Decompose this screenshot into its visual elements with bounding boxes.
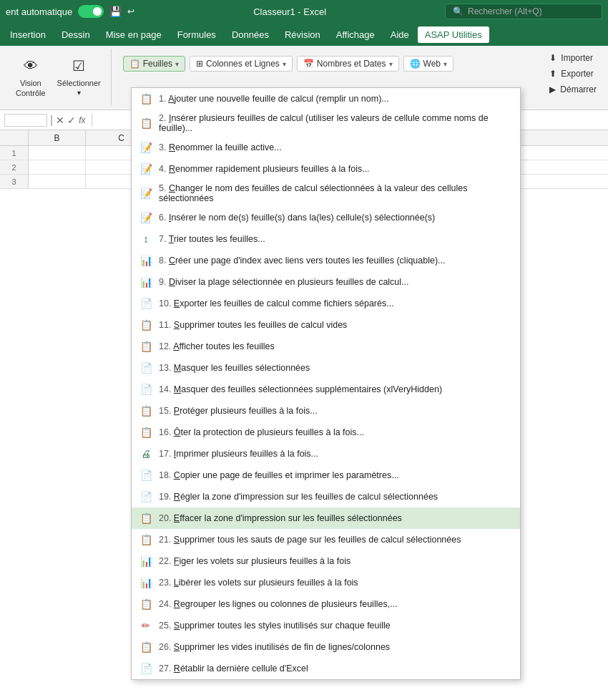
cell-b3[interactable] <box>29 175 86 188</box>
list-item[interactable]: 📊 9. Diviser la plage sélectionnée en pl… <box>132 271 520 293</box>
feuilles-dropdown-menu: 📋 1. Ajouter une nouvelle feuille de cal… <box>131 87 521 680</box>
item-1-icon: 📋 <box>139 92 153 106</box>
item-10-icon: 📄 <box>139 296 153 311</box>
web-dropdown[interactable]: 🌐 Web ▾ <box>403 56 453 72</box>
list-item[interactable]: 📄 10. Exporter les feuilles de calcul co… <box>132 293 520 314</box>
menu-formules[interactable]: Formules <box>170 26 223 43</box>
list-item[interactable]: 📄 14. Masquer des feuilles sélectionnées… <box>132 379 520 400</box>
list-item[interactable]: ✏ 25. Supprimer toutes les styles inutil… <box>132 615 520 636</box>
search-icon: 🔍 <box>453 6 464 16</box>
item-23-icon: 📊 <box>139 575 153 590</box>
list-item[interactable]: 📄 19. Régler la zone d'impression sur le… <box>132 486 520 507</box>
nombres-label: Nombres et Dates <box>317 59 386 69</box>
menu-dessin[interactable]: Dessin <box>54 26 97 43</box>
menu-revision[interactable]: Révision <box>278 26 328 43</box>
list-item[interactable]: 📄 18. Copier une page de feuilles et imp… <box>132 465 520 486</box>
list-item[interactable]: 📋 21. Supprimer tous les sauts de page s… <box>132 529 520 550</box>
nombres-dates-dropdown[interactable]: 📅 Nombres et Dates ▾ <box>297 56 399 72</box>
vision-controle-button[interactable]: 👁 Vision Contrôle <box>11 52 50 100</box>
list-item[interactable]: 📄 27. Rétablir la dernière cellule d'Exc… <box>132 658 520 679</box>
row-num-2: 2 <box>0 160 29 174</box>
list-item[interactable]: 📋 1. Ajouter une nouvelle feuille de cal… <box>132 88 520 110</box>
list-item[interactable]: 🖨 17. Imprimer plusieurs feuilles à la f… <box>132 443 520 465</box>
demarrer-button[interactable]: ▶ Démarrer <box>544 83 602 96</box>
list-item[interactable]: 📋 11. Supprimer toutes les feuilles de c… <box>132 314 520 336</box>
selectionner-button[interactable]: ☑ Sélectionner ▾ <box>53 52 105 100</box>
list-item[interactable]: 📄 13. Masquer les feuilles sélectionnées <box>132 357 520 379</box>
list-item[interactable]: 📋 26. Supprimer les vides inutilisés de … <box>132 636 520 658</box>
item-1-text: 1. Ajouter une nouvelle feuille de calcu… <box>159 94 513 104</box>
search-box[interactable]: 🔍 Rechercher (Alt+Q) <box>445 4 602 19</box>
row-num-3: 3 <box>0 175 29 188</box>
list-item[interactable]: 📝 6. Insérer le nom de(s) feuille(s) dan… <box>132 207 520 228</box>
item-8-icon: 📊 <box>139 253 153 268</box>
title-bar: ent automatique 💾 ↩ Classeur1 - Excel 🔍 … <box>0 0 608 23</box>
item-5-icon: 📝 <box>139 186 153 200</box>
colonnes-icon: ⊞ <box>196 59 203 69</box>
list-item[interactable]: 📊 8. Créer une page d'index avec liens v… <box>132 250 520 271</box>
item-25-text: 25. Supprimer toutes les styles inutilis… <box>159 621 513 631</box>
item-18-icon: 📄 <box>139 468 153 482</box>
list-item[interactable]: 📋 16. Ôter la protection de plusieurs fe… <box>132 422 520 443</box>
cell-b1[interactable] <box>29 146 86 160</box>
ribbon-group-vision: 👁 Vision Contrôle ☑ Sélectionner ▾ <box>6 49 112 106</box>
item-7-icon: ↕ <box>139 232 153 246</box>
item-12-icon: 📋 <box>139 339 153 354</box>
row-num-1: 1 <box>0 146 29 160</box>
undo-icon[interactable]: ↩ <box>127 6 134 16</box>
item-23-text: 23. Libérer les volets sur plusieurs feu… <box>159 578 513 588</box>
selectionner-icon: ☑ <box>67 54 90 77</box>
auto-save-toggle[interactable] <box>78 5 104 18</box>
confirm-formula-icon[interactable]: ✓ <box>67 115 76 126</box>
list-item[interactable]: 📝 4. Renommer rapidement plusieurs feuil… <box>132 158 520 180</box>
item-20-text: 20. Effacer la zone d'impression sur les… <box>159 513 513 523</box>
cell-b2[interactable] <box>29 160 86 174</box>
item-9-icon: 📊 <box>139 275 153 289</box>
web-icon: 🌐 <box>410 59 421 69</box>
exporter-icon: ⬆ <box>549 69 556 79</box>
item-19-icon: 📄 <box>139 490 153 504</box>
item-9-text: 9. Diviser la plage sélectionnée en plus… <box>159 277 513 287</box>
menu-donnees[interactable]: Données <box>225 26 276 43</box>
list-item[interactable]: ↕ 7. Trier toutes les feuilles... <box>132 228 520 250</box>
cancel-formula-icon[interactable]: ✕ <box>56 115 64 126</box>
item-3-icon: 📝 <box>139 140 153 155</box>
menu-insertion[interactable]: Insertion <box>3 26 53 43</box>
colonnes-label: Colonnes et Lignes <box>206 59 280 69</box>
importer-button[interactable]: ⬇ Importer <box>544 52 602 64</box>
demarrer-icon: ▶ <box>549 84 556 94</box>
list-item[interactable]: 📊 23. Libérer les volets sur plusieurs f… <box>132 572 520 593</box>
item-14-icon: 📄 <box>139 382 153 397</box>
colonnes-lignes-dropdown[interactable]: ⊞ Colonnes et Lignes ▾ <box>190 56 293 72</box>
item-17-icon: 🖨 <box>139 447 153 461</box>
list-item[interactable]: 📊 22. Figer les volets sur plusieurs feu… <box>132 550 520 572</box>
item-5-text: 5. Changer le nom des feuilles de calcul… <box>159 183 513 203</box>
list-item[interactable]: 📋 12. Afficher toutes les feuilles <box>132 336 520 357</box>
feuilles-dropdown[interactable]: 📋 Feuilles ▾ <box>123 56 185 72</box>
name-box[interactable] <box>4 114 47 127</box>
item-11-text: 11. Supprimer toutes les feuilles de cal… <box>159 320 513 330</box>
insert-function-icon[interactable]: fx <box>79 115 85 125</box>
item-3-text: 3. Renommer la feuille active... <box>159 142 513 152</box>
vision-label: Vision <box>20 79 41 87</box>
menu-bar: Insertion Dessin Mise en page Formules D… <box>0 23 608 46</box>
item-4-text: 4. Renommer rapidement plusieurs feuille… <box>159 164 513 174</box>
menu-asap-utilities[interactable]: ASAP Utilities <box>418 26 489 43</box>
menu-mise-en-page[interactable]: Mise en page <box>99 26 169 43</box>
web-chevron-icon: ▾ <box>443 60 447 68</box>
item-13-text: 13. Masquer les feuilles sélectionnées <box>159 363 513 373</box>
item-24-icon: 📋 <box>139 597 153 611</box>
item-15-icon: 📋 <box>139 404 153 418</box>
list-item[interactable]: 📝 5. Changer le nom des feuilles de calc… <box>132 180 520 207</box>
nombres-chevron-icon: ▾ <box>389 60 393 68</box>
window-title: Classeur1 - Excel <box>253 6 326 17</box>
save-icon[interactable]: 💾 <box>109 6 122 17</box>
list-item[interactable]: 📋 2. Insérer plusieurs feuilles de calcu… <box>132 110 520 137</box>
list-item[interactable]: 📝 3. Renommer la feuille active... <box>132 137 520 158</box>
list-item[interactable]: 📋 15. Protéger plusieurs feuilles à la f… <box>132 400 520 422</box>
list-item[interactable]: 📋 24. Regrouper les lignes ou colonnes d… <box>132 593 520 615</box>
menu-aide[interactable]: Aide <box>383 26 416 43</box>
menu-affichage[interactable]: Affichage <box>329 26 382 43</box>
exporter-button[interactable]: ⬆ Exporter <box>544 67 602 80</box>
list-item[interactable]: 📋 20. Effacer la zone d'impression sur l… <box>132 507 520 529</box>
